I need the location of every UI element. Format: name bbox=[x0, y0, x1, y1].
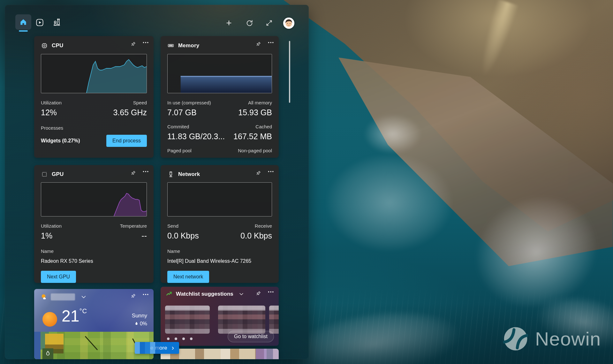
expand-button[interactable] bbox=[265, 19, 274, 27]
widget-title: GPU bbox=[52, 171, 64, 178]
pagination-dots[interactable] bbox=[167, 337, 193, 340]
location-name-blurred[interactable] bbox=[51, 293, 75, 300]
network-device-icon bbox=[167, 171, 174, 178]
ticker-card-blurred bbox=[269, 306, 279, 334]
go-to-watchlist-button[interactable]: Go to watchlist bbox=[228, 331, 274, 342]
refresh-button[interactable] bbox=[245, 19, 254, 27]
play-icon bbox=[35, 18, 44, 27]
widgets-panel: + bbox=[5, 5, 309, 359]
weather-condition: Sunny bbox=[132, 313, 147, 319]
stocks-arrow-icon bbox=[166, 291, 173, 298]
more-options-icon[interactable]: ••• bbox=[268, 40, 274, 45]
nav-home-button[interactable] bbox=[15, 14, 31, 30]
home-icon bbox=[19, 18, 27, 26]
more-options-icon[interactable]: ••• bbox=[143, 169, 149, 174]
ticker-card-blurred bbox=[218, 306, 265, 334]
sun-cloud-icon bbox=[41, 293, 48, 300]
avatar-memoji-icon bbox=[283, 18, 294, 29]
more-options-icon[interactable]: ••• bbox=[268, 290, 274, 294]
sunny-icon bbox=[42, 312, 57, 327]
wallpaper-sea-foam bbox=[351, 105, 434, 163]
add-widget-button[interactable]: + bbox=[224, 19, 233, 27]
see-more-blur-block bbox=[135, 342, 160, 354]
gpu-name-value: Radeon RX 570 Series bbox=[41, 258, 147, 264]
memory-pagedpool-label: Paged pool bbox=[167, 148, 192, 154]
memory-cached-label: Cached bbox=[255, 124, 272, 130]
memory-cached-value: 167.52 MB bbox=[233, 132, 272, 141]
memory-inuse-value: 7.07 GB bbox=[167, 108, 197, 117]
cpu-speed-value: 3.65 GHz bbox=[113, 108, 147, 117]
gpu-name-label: Name bbox=[41, 248, 147, 254]
network-name-label: Name bbox=[167, 248, 272, 254]
nav-entertainment-button[interactable] bbox=[35, 18, 44, 27]
gpu-utilization-graph bbox=[41, 182, 147, 216]
network-name-value: Intel[R] Dual Band Wireless-AC 7265 bbox=[167, 258, 272, 264]
gpu-temperature-value: -- bbox=[141, 231, 147, 240]
refresh-icon bbox=[246, 19, 254, 27]
map-water-block bbox=[34, 332, 41, 359]
network-throughput-graph bbox=[167, 182, 272, 216]
neowin-logo-text: Neowin bbox=[535, 328, 601, 350]
widget-title: Watchlist suggestions bbox=[176, 291, 233, 297]
see-more-button[interactable]: e more › bbox=[135, 342, 179, 354]
cpu-utilization-label: Utilization bbox=[41, 100, 62, 106]
memory-composition-graph bbox=[167, 54, 272, 93]
droplet-icon bbox=[135, 322, 138, 326]
memory-committed-label: Commited bbox=[167, 124, 189, 130]
gpu-utilization-label: Utilization bbox=[41, 223, 62, 229]
pin-icon[interactable] bbox=[255, 291, 261, 297]
precipitation-value: 0% bbox=[140, 321, 147, 327]
memory-all-value: 15.93 GB bbox=[238, 108, 272, 117]
widget-title: Memory bbox=[178, 42, 199, 49]
neowin-logo-icon bbox=[503, 326, 528, 351]
more-options-icon[interactable]: ••• bbox=[268, 169, 274, 174]
chevron-right-icon: › bbox=[172, 345, 174, 352]
precipitation-map-button[interactable] bbox=[42, 348, 53, 359]
watchlist-widget: Watchlist suggestions Go to watchlist ••… bbox=[161, 287, 279, 346]
cpu-chip-icon bbox=[41, 42, 48, 49]
widget-title: CPU bbox=[52, 42, 64, 49]
panel-scrollbar[interactable] bbox=[289, 41, 290, 103]
temperature-value: 21°C bbox=[62, 307, 87, 325]
network-receive-label: Receive bbox=[255, 223, 272, 229]
memory-ram-icon bbox=[167, 42, 174, 49]
end-process-button[interactable]: End process bbox=[106, 135, 147, 147]
pin-icon[interactable] bbox=[130, 41, 136, 48]
plus-icon: + bbox=[226, 18, 232, 28]
pin-icon[interactable] bbox=[255, 170, 261, 177]
nav-home-active-indicator bbox=[19, 30, 28, 32]
neowin-watermark: Neowin bbox=[503, 326, 601, 351]
memory-all-label: All memory bbox=[248, 100, 272, 106]
memory-inuse-label: In use (compressed) bbox=[167, 100, 211, 106]
droplet-outline-icon bbox=[45, 351, 50, 357]
cpu-widget: CPU Utilization Speed 12% 3.65 GHz Proce… bbox=[34, 36, 154, 158]
gpu-temperature-label: Temperature bbox=[120, 223, 147, 229]
chevron-down-icon[interactable] bbox=[80, 294, 87, 300]
more-options-icon[interactable]: ••• bbox=[143, 40, 149, 45]
expand-icon bbox=[265, 19, 273, 27]
user-avatar[interactable] bbox=[283, 18, 294, 29]
cpu-utilization-value: 12% bbox=[41, 108, 57, 117]
pin-icon[interactable] bbox=[130, 170, 136, 177]
network-send-value: 0.0 Kbps bbox=[167, 231, 199, 240]
cpu-top-process-name: Widgets (0.27%) bbox=[41, 138, 80, 144]
more-options-icon[interactable]: ••• bbox=[143, 292, 149, 297]
next-network-button[interactable]: Next network bbox=[167, 271, 209, 283]
memory-committed-value: 11.83 GB/20.3... bbox=[167, 132, 225, 141]
nav-games-button[interactable] bbox=[52, 18, 62, 27]
gpu-utilization-value: 1% bbox=[41, 231, 52, 240]
next-gpu-button[interactable]: Next GPU bbox=[41, 271, 76, 283]
pin-icon[interactable] bbox=[130, 293, 136, 300]
chess-pieces-icon bbox=[52, 18, 62, 27]
network-receive-value: 0.0 Kbps bbox=[240, 231, 272, 240]
gpu-chip-icon bbox=[41, 171, 48, 178]
cpu-utilization-graph bbox=[41, 54, 147, 93]
chevron-down-icon[interactable] bbox=[238, 291, 244, 297]
network-send-label: Send bbox=[167, 223, 178, 229]
cpu-processes-label: Processes bbox=[41, 125, 147, 131]
pin-icon[interactable] bbox=[255, 41, 261, 48]
ticker-card-blurred bbox=[165, 306, 210, 334]
memory-nonpagedpool-label: Non-paged pool bbox=[238, 148, 272, 154]
gpu-widget: GPU Utilization Temperature 1% -- Name R… bbox=[34, 165, 154, 283]
memory-widget: Memory In use (compressed) All memory 7.… bbox=[161, 36, 279, 158]
